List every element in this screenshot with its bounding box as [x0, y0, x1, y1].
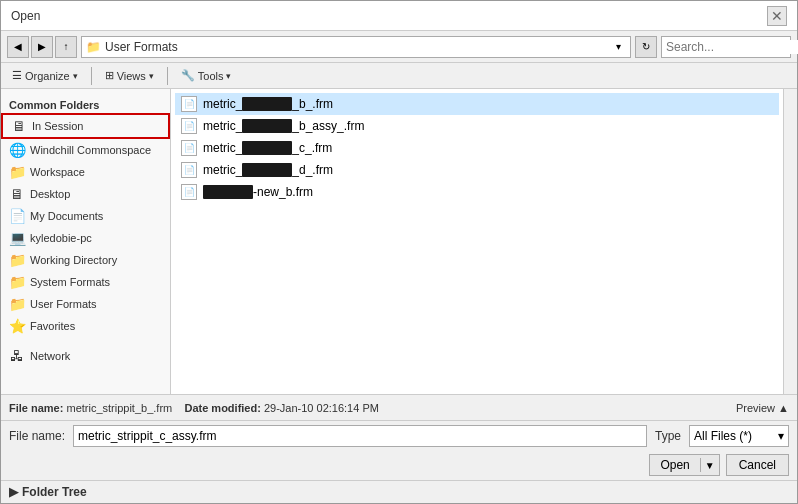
favorites-label: Favorites: [30, 320, 75, 332]
kyledobie-icon: 💻: [9, 230, 25, 246]
main-area: Common Folders 🖥 In Session 🌐 Windchill …: [1, 89, 797, 394]
file-item[interactable]: 📄 metric_ _d_.frm: [175, 159, 779, 181]
system-formats-icon: 📁: [9, 274, 25, 290]
folder-tree-section[interactable]: ▶ Folder Tree: [1, 480, 797, 503]
system-formats-label: System Formats: [30, 276, 110, 288]
file-icon: 📄: [181, 118, 197, 134]
views-arrow: ▾: [149, 71, 154, 81]
in-session-icon: 🖥: [11, 118, 27, 134]
network-icon: 🖧: [9, 348, 25, 364]
redacted-block: [242, 141, 292, 155]
views-icon: ⊞: [105, 69, 114, 82]
separator2: [167, 67, 168, 85]
file-icon: 📄: [181, 184, 197, 200]
redacted-block: [242, 163, 292, 177]
search-bar: [661, 36, 791, 58]
working-dir-icon: 📁: [9, 252, 25, 268]
open-dialog: Open ✕ ◀ ▶ ↑ 📁 User Formats ▾ ↻ ☰ Organi…: [0, 0, 798, 504]
file-icon: 📄: [181, 162, 197, 178]
sidebar-item-in-session[interactable]: 🖥 In Session: [1, 113, 170, 139]
in-session-label: In Session: [32, 120, 83, 132]
organize-icon: ☰: [12, 69, 22, 82]
sidebar-item-working-directory[interactable]: 📁 Working Directory: [1, 249, 170, 271]
nav-buttons: ◀ ▶ ↑: [7, 36, 77, 58]
sidebar-item-desktop[interactable]: 🖥 Desktop: [1, 183, 170, 205]
working-directory-label: Working Directory: [30, 254, 117, 266]
nav-toolbar: ◀ ▶ ↑ 📁 User Formats ▾ ↻: [1, 31, 797, 63]
file-area: 📄 metric_ _b_.frm 📄 metric_ _b_assy_.frm…: [171, 89, 783, 394]
sidebar-divider: [1, 337, 170, 345]
right-panel: [783, 89, 797, 394]
filename-input[interactable]: [78, 429, 642, 443]
sidebar-item-favorites[interactable]: ⭐ Favorites: [1, 315, 170, 337]
action-toolbar: ☰ Organize ▾ ⊞ Views ▾ 🔧 Tools ▾: [1, 63, 797, 89]
preview-label[interactable]: Preview ▲: [736, 402, 789, 414]
filename-row: File name: Type All Files (*) ▾: [1, 420, 797, 450]
up-button[interactable]: ↑: [55, 36, 77, 58]
filename-label: File name:: [9, 429, 65, 443]
file-name-label: File name:: [9, 402, 63, 414]
back-button[interactable]: ◀: [7, 36, 29, 58]
sidebar-item-system-formats[interactable]: 📁 System Formats: [1, 271, 170, 293]
sidebar-item-windchill-commonspace[interactable]: 🌐 Windchill Commonspace: [1, 139, 170, 161]
filename-input-container: [73, 425, 647, 447]
sidebar-item-workspace[interactable]: 📁 Workspace: [1, 161, 170, 183]
file-icon: 📄: [181, 96, 197, 112]
type-value: All Files (*): [694, 429, 752, 443]
close-button[interactable]: ✕: [767, 6, 787, 26]
sidebar: Common Folders 🖥 In Session 🌐 Windchill …: [1, 89, 171, 394]
forward-button[interactable]: ▶: [31, 36, 53, 58]
file-name: metric_ _c_.frm: [203, 141, 332, 156]
views-label: Views: [117, 70, 146, 82]
network-label: Network: [30, 350, 70, 362]
open-label[interactable]: Open: [650, 458, 700, 472]
tools-label: Tools: [198, 70, 224, 82]
file-item[interactable]: 📄 metric_ _c_.frm: [175, 137, 779, 159]
tools-arrow: ▾: [226, 71, 231, 81]
sidebar-item-user-formats[interactable]: 📁 User Formats: [1, 293, 170, 315]
file-info: File name: metric_strippit_b_.frm Date m…: [9, 402, 379, 414]
organize-arrow: ▾: [73, 71, 78, 81]
file-name: -new_b.frm: [203, 185, 313, 200]
file-name: metric_ _b_.frm: [203, 97, 333, 112]
workspace-icon: 📁: [9, 164, 25, 180]
type-dropdown-arrow: ▾: [778, 429, 784, 443]
file-item[interactable]: 📄 metric_ _b_assy_.frm: [175, 115, 779, 137]
location-dropdown-arrow[interactable]: ▾: [610, 41, 626, 52]
file-name: metric_ _d_.frm: [203, 163, 333, 178]
open-arrow[interactable]: ▼: [701, 460, 719, 471]
refresh-button[interactable]: ↻: [635, 36, 657, 58]
common-folders-title: Common Folders: [1, 95, 170, 113]
views-button[interactable]: ⊞ Views ▾: [100, 66, 159, 85]
folder-tree-icon: ▶: [9, 485, 18, 499]
folder-icon: 📁: [86, 40, 101, 54]
user-formats-icon: 📁: [9, 296, 25, 312]
dialog-title: Open: [11, 9, 40, 23]
location-path: User Formats: [105, 40, 610, 54]
cancel-button[interactable]: Cancel: [726, 454, 789, 476]
sidebar-item-kyledobie-pc[interactable]: 💻 kyledobie-pc: [1, 227, 170, 249]
redacted-block: [242, 97, 292, 111]
desktop-label: Desktop: [30, 188, 70, 200]
folder-tree-label: Folder Tree: [22, 485, 87, 499]
tools-button[interactable]: 🔧 Tools ▾: [176, 66, 237, 85]
sidebar-item-network[interactable]: 🖧 Network: [1, 345, 170, 367]
file-name: metric_ _b_assy_.frm: [203, 119, 364, 134]
sidebar-item-my-documents[interactable]: 📄 My Documents: [1, 205, 170, 227]
tools-icon: 🔧: [181, 69, 195, 82]
workspace-label: Workspace: [30, 166, 85, 178]
file-item[interactable]: 📄 metric_ _b_.frm: [175, 93, 779, 115]
my-documents-icon: 📄: [9, 208, 25, 224]
action-buttons-row: Open ▼ Cancel: [1, 450, 797, 480]
separator1: [91, 67, 92, 85]
file-item[interactable]: 📄 -new_b.frm: [175, 181, 779, 203]
date-modified-value: 29-Jan-10 02:16:14 PM: [264, 402, 379, 414]
windchill-icon: 🌐: [9, 142, 25, 158]
windchill-label: Windchill Commonspace: [30, 144, 151, 156]
title-bar: Open ✕: [1, 1, 797, 31]
open-button[interactable]: Open ▼: [649, 454, 719, 476]
type-select[interactable]: All Files (*) ▾: [689, 425, 789, 447]
search-input[interactable]: [662, 40, 798, 54]
organize-button[interactable]: ☰ Organize ▾: [7, 66, 83, 85]
organize-label: Organize: [25, 70, 70, 82]
